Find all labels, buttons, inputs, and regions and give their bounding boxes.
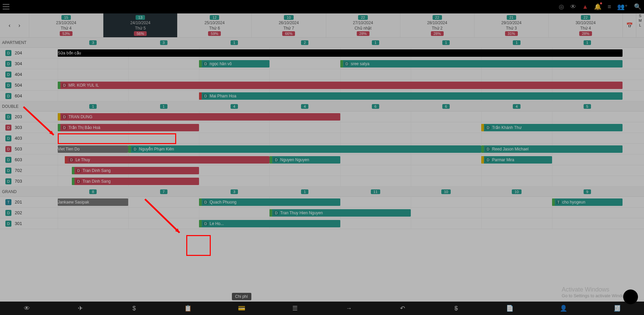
timeline-cell[interactable] xyxy=(269,176,340,186)
timeline-cell[interactable] xyxy=(58,58,128,69)
timeline-cell[interactable] xyxy=(411,69,481,80)
timeline-cell[interactable] xyxy=(552,218,623,229)
timeline-cell[interactable] xyxy=(552,208,623,218)
timeline-cell[interactable] xyxy=(58,69,128,80)
timeline-cell[interactable] xyxy=(128,218,199,229)
booking-bar[interactable]: DTrần Khánh Thư xyxy=(481,124,623,131)
booking-bar[interactable]: DParmar Mira xyxy=(481,156,552,164)
timeline-cell[interactable] xyxy=(340,197,411,207)
room-label[interactable]: D303 xyxy=(0,122,58,133)
timeline-cell[interactable] xyxy=(269,58,340,69)
calendar-icon[interactable]: 📅 xyxy=(623,13,636,38)
timeline-cell[interactable] xyxy=(411,197,481,207)
booking-bar[interactable]: Jankaew Sasipak xyxy=(58,198,128,206)
room-label[interactable]: D504 xyxy=(0,80,58,90)
room-label[interactable]: D404 xyxy=(0,69,58,80)
timeline-cell[interactable] xyxy=(481,208,552,218)
booking-bar[interactable]: Viet Tien Do xyxy=(58,145,128,153)
date-cell-4[interactable]: 22 27/10/2024 Chủ nhật 28% xyxy=(326,13,400,37)
timeline-cell[interactable] xyxy=(340,133,411,143)
room-label[interactable]: D301 xyxy=(0,218,58,229)
warning-icon[interactable]: ▲ xyxy=(582,3,588,10)
booking-bar[interactable]: DTran Dinh Sang xyxy=(72,178,199,185)
timeline-cell[interactable] xyxy=(128,91,199,101)
timeline-cell[interactable] xyxy=(340,69,411,80)
room-label[interactable]: T201 xyxy=(0,197,58,207)
room-label[interactable]: D203 xyxy=(0,111,58,122)
size-l[interactable]: L xyxy=(636,23,644,28)
group-add-icon[interactable]: 👥⁺ xyxy=(617,3,628,10)
room-label[interactable]: D304 xyxy=(0,58,58,69)
timeline-cell[interactable] xyxy=(128,69,199,80)
timeline-cell[interactable] xyxy=(58,133,128,143)
timeline-cell[interactable] xyxy=(340,218,411,229)
timeline-cell[interactable] xyxy=(481,133,552,143)
booking-bar[interactable]: DQuach Phuong xyxy=(199,198,340,206)
booking-bar[interactable]: DMR. KOR YUL IL xyxy=(58,82,623,89)
room-label[interactable]: D604 xyxy=(0,91,58,101)
timeline-cell[interactable] xyxy=(481,218,552,229)
timeline-cell[interactable] xyxy=(552,154,623,165)
timeline-cell[interactable] xyxy=(340,122,411,133)
date-cell-2[interactable]: 12 25/10/2024 Thứ 6 59% xyxy=(177,13,251,37)
room-label[interactable]: D202 xyxy=(0,208,58,218)
timeline-cell[interactable] xyxy=(199,69,269,80)
timeline-cell[interactable] xyxy=(128,58,199,69)
booking-bar[interactable]: DLe Thuy xyxy=(65,156,269,164)
room-label[interactable]: D204 xyxy=(0,48,58,58)
timeline-cell[interactable] xyxy=(411,176,481,186)
date-cell-5[interactable]: 22 28/10/2024 Thứ 2 28% xyxy=(400,13,474,37)
menu-icon[interactable] xyxy=(3,4,9,9)
timeline-cell[interactable] xyxy=(199,133,269,143)
timeline-cell[interactable] xyxy=(340,165,411,176)
timeline-cell[interactable] xyxy=(269,69,340,80)
timeline-cell[interactable] xyxy=(128,197,199,207)
timeline-cell[interactable] xyxy=(552,111,623,122)
timeline-cell[interactable] xyxy=(411,154,481,165)
timeline-cell[interactable] xyxy=(199,176,269,186)
timeline-cell[interactable] xyxy=(199,208,269,218)
timeline-cell[interactable] xyxy=(481,111,552,122)
target-icon[interactable]: ◎ xyxy=(559,3,564,10)
booking-bar[interactable]: DTran Dinh Sang xyxy=(72,167,199,174)
date-cell-7[interactable]: 22 30/10/2024 Thứ 4 28% xyxy=(548,13,623,37)
size-m[interactable]: M xyxy=(636,18,644,23)
booking-bar[interactable]: DMai Pham Hoa xyxy=(199,92,623,100)
fab-button[interactable] xyxy=(623,289,638,302)
timeline-cell[interactable] xyxy=(340,111,411,122)
timeline-cell[interactable] xyxy=(481,165,552,176)
booking-bar[interactable]: Tcho hyogeun xyxy=(552,198,623,206)
date-cell-3[interactable]: 10 26/10/2024 Thứ 7 66% xyxy=(251,13,326,37)
timeline-cell[interactable] xyxy=(128,133,199,143)
booking-bar[interactable]: DReed Jason Michael xyxy=(481,145,623,153)
next-arrow[interactable]: › xyxy=(18,22,20,29)
date-cell-0[interactable]: 15 23/10/2024 Thứ 4 53% xyxy=(29,13,103,37)
booking-bar[interactable]: Sửa bồn cầu xyxy=(58,49,623,57)
search-icon[interactable]: 🔍 xyxy=(634,3,641,10)
timeline-cell[interactable] xyxy=(552,133,623,143)
timeline-cell[interactable] xyxy=(199,122,269,133)
timeline-cell[interactable] xyxy=(58,208,128,218)
booking-bar[interactable]: DTRAN DUNG xyxy=(58,113,340,121)
timeline-cell[interactable] xyxy=(411,218,481,229)
room-label[interactable]: D503 xyxy=(0,144,58,154)
eye-icon[interactable]: 👁 xyxy=(570,3,576,10)
timeline-cell[interactable] xyxy=(481,197,552,207)
timeline-cell[interactable] xyxy=(269,133,340,143)
timeline-cell[interactable] xyxy=(481,176,552,186)
bell-icon[interactable]: 🔔 xyxy=(594,3,601,10)
timeline-cell[interactable] xyxy=(269,165,340,176)
booking-bar[interactable]: DLe Ho... xyxy=(199,220,340,227)
room-label[interactable]: D603 xyxy=(0,154,58,165)
date-cell-6[interactable]: 21 29/10/2024 Thứ 3 31% xyxy=(474,13,548,37)
timeline-cell[interactable] xyxy=(411,133,481,143)
room-label[interactable]: D702 xyxy=(0,165,58,176)
booking-bar[interactable]: DNguyễn Phạm Kiên xyxy=(128,145,481,153)
timeline-cell[interactable] xyxy=(411,111,481,122)
booking-bar[interactable]: DTran Thuy Hien Nguyen xyxy=(269,209,411,217)
list-icon[interactable]: ≡ xyxy=(607,3,611,10)
booking-bar[interactable]: Dngọc hân võ xyxy=(199,60,269,68)
room-label[interactable]: D703 xyxy=(0,176,58,186)
size-s[interactable]: S xyxy=(636,13,644,18)
prev-arrow[interactable]: ‹ xyxy=(9,22,10,29)
